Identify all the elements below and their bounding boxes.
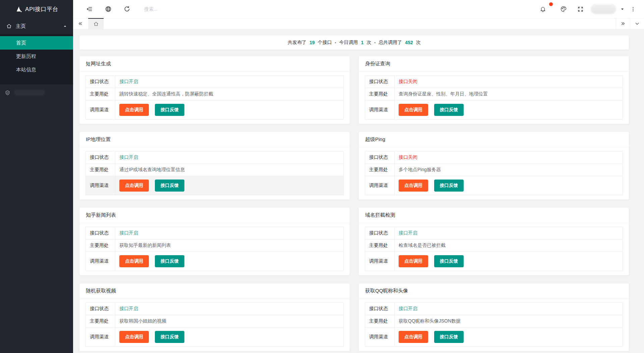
channel-label: 调用渠道 [86,252,115,271]
api-feedback-button[interactable]: 接口反馈 [155,104,184,116]
content-area: 共发布了 19 个接口 • 今日调用 1 次 • 总共调用了 452 次 短网址… [73,29,644,353]
channel-label: 调用渠道 [86,100,115,120]
sidebar-item-home-group[interactable]: 主页 [0,18,73,34]
api-card-table: 接口状态 接口开启 主要用处 获取知乎最新的新闻列表 调用渠道 点击调用 接口反… [85,227,344,271]
api-card: 随机获取视频 接口状态 接口开启 主要用处 获取韩国小姐姐的视频 调用渠道 点击… [79,283,350,351]
api-card-table: 接口状态 接口开启 主要用处 跳转快速稳定、全国连通性高，防屏蔽防拦截 调用渠道… [85,75,344,120]
refresh-icon[interactable] [121,3,133,15]
globe-icon[interactable] [102,3,115,15]
stats-total-prefix: 总共调用了 [378,40,402,46]
notifications-button[interactable] [536,3,549,15]
redacted-text [14,90,45,96]
stats-today-prefix: 今日调用 [339,40,358,46]
logo-icon [15,5,22,13]
api-card-body: 接口状态 接口开启 主要用处 获取QQ昵称和头像JSON数据 调用渠道 点击调用… [359,299,629,351]
app-logo: API接口平台 [0,0,73,18]
api-feedback-button[interactable]: 接口反馈 [434,255,464,267]
api-feedback-button[interactable]: 接口反馈 [155,180,184,192]
call-api-button[interactable]: 点击调用 [399,255,428,267]
usage-label: 主要用处 [86,315,115,328]
table-row-status: 接口状态 接口开启 [86,227,344,239]
status-value: 接口开启 [115,227,344,239]
tab-bar [73,18,644,29]
api-card-body: 接口状态 接口关闭 主要用处 查询身份证星座、性别、年月日、地理位置 调用渠道 … [359,72,629,124]
sidebar-item-site-info[interactable]: 本站信息 [0,63,73,76]
usage-value: 获取QQ昵称和头像JSON数据 [395,315,623,328]
api-feedback-button[interactable]: 接口反馈 [155,255,184,267]
status-value: 接口开启 [115,303,344,315]
api-feedback-button[interactable]: 接口反馈 [434,180,464,192]
call-api-button[interactable]: 点击调用 [399,331,428,343]
stats-separator: • [374,41,376,45]
sidebar-item-index[interactable]: 首页 [0,36,73,50]
sidebar-item-changelog[interactable]: 更新历程 [0,50,73,63]
table-row-usage: 主要用处 查询身份证星座、性别、年月日、地理位置 [365,88,623,100]
call-api-button[interactable]: 点击调用 [119,331,149,343]
api-feedback-button[interactable]: 接口反馈 [434,331,464,343]
call-api-button[interactable]: 点击调用 [399,180,428,192]
tabs-scroll-right-icon[interactable] [616,18,630,29]
more-options-icon[interactable] [629,3,637,15]
call-api-button[interactable]: 点击调用 [119,255,149,267]
status-value: 接口开启 [115,151,344,164]
channel-label: 调用渠道 [365,100,395,120]
call-api-button[interactable]: 点击调用 [119,180,149,192]
api-card: 知乎新闻列表 接口状态 接口开启 主要用处 获取知乎最新的新闻列表 调用渠道 点… [79,208,350,275]
api-feedback-button[interactable]: 接口反馈 [155,331,184,343]
status-value: 接口开启 [115,76,344,88]
tabs-scroll-left-icon[interactable] [73,18,87,29]
collapse-sidebar-icon[interactable] [83,3,96,15]
table-row-usage: 主要用处 多个地点Ping服务器 [365,164,623,176]
table-row-channel: 调用渠道 点击调用 接口反馈 [86,252,344,271]
stats-total-suffix: 次 [416,40,421,46]
tab-spacer [104,18,616,29]
user-menu-caret-icon[interactable] [620,7,625,11]
home-icon [6,23,12,29]
api-card-title: 域名拦截检测 [359,208,629,223]
api-card-body: 接口状态 接口开启 主要用处 获取韩国小姐姐的视频 调用渠道 点击调用 接口反馈 [79,299,350,351]
api-card-body: 接口状态 接口开启 主要用处 获取知乎最新的新闻列表 调用渠道 点击调用 接口反… [79,223,350,275]
table-row-channel: 调用渠道 点击调用 接口反馈 [365,176,623,195]
tabs-menu-chevron-icon[interactable] [630,18,644,29]
stats-published-suffix: 个接口 [318,40,332,46]
channel-label: 调用渠道 [365,176,395,195]
call-api-button[interactable]: 点击调用 [119,104,149,116]
usage-value: 多个地点Ping服务器 [395,164,623,176]
usage-value: 获取韩国小姐姐的视频 [115,315,344,328]
table-row-channel: 调用渠道 点击调用 接口反馈 [365,252,623,271]
api-card-body: 接口状态 接口开启 主要用处 跳转快速稳定、全国连通性高，防屏蔽防拦截 调用渠道… [79,72,350,124]
theme-palette-button[interactable] [557,3,570,15]
api-card: 短网址生成 接口状态 接口开启 主要用处 跳转快速稳定、全国连通性高，防屏蔽防拦… [79,56,350,124]
tab-home[interactable] [88,18,104,29]
status-label: 接口状态 [365,76,395,88]
channel-label: 调用渠道 [365,328,395,347]
avatar[interactable] [591,4,616,14]
table-row-channel: 调用渠道 点击调用 接口反馈 [86,328,344,347]
call-api-button[interactable]: 点击调用 [399,104,428,116]
caret-up-icon [63,24,67,28]
status-value: 接口开启 [395,227,623,239]
table-row-usage: 主要用处 跳转快速稳定、全国连通性高，防屏蔽防拦截 [86,88,344,100]
table-row-status: 接口状态 接口开启 [365,303,623,315]
sidebar-footer [0,90,73,96]
main-column: 共发布了 19 个接口 • 今日调用 1 次 • 总共调用了 452 次 短网址… [73,0,644,353]
status-label: 接口状态 [365,303,395,315]
usage-label: 主要用处 [86,88,115,100]
fullscreen-icon[interactable] [574,3,587,15]
stats-today-suffix: 次 [367,40,371,46]
usage-label: 主要用处 [365,239,395,252]
search-input[interactable] [144,6,536,12]
shield-check-icon [5,90,10,96]
api-feedback-button[interactable]: 接口反馈 [434,104,464,116]
api-card-table: 接口状态 接口关闭 主要用处 多个地点Ping服务器 调用渠道 点击调用 接口反… [365,151,623,195]
api-card-table: 接口状态 接口开启 主要用处 获取韩国小姐姐的视频 调用渠道 点击调用 接口反馈 [85,302,344,347]
stats-total-count: 452 [405,40,413,45]
stats-today-count: 1 [361,40,364,45]
table-row-status: 接口状态 接口开启 [365,227,623,239]
table-row-channel: 调用渠道 点击调用 接口反馈 [365,100,623,120]
channel-label: 调用渠道 [86,328,115,347]
status-label: 接口状态 [86,227,115,239]
usage-label: 主要用处 [365,315,395,328]
api-card-title: 获取QQ昵称和头像 [359,283,629,299]
status-label: 接口状态 [365,151,395,164]
